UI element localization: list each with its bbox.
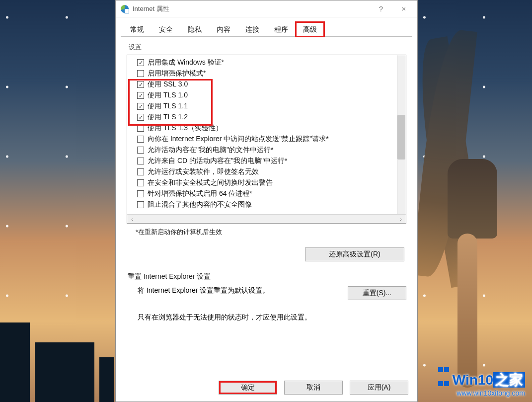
checkbox[interactable] <box>137 59 144 66</box>
checkbox[interactable] <box>137 70 144 77</box>
setting-label: 在安全和非安全模式之间切换时发出警告 <box>148 178 273 187</box>
checkbox[interactable] <box>137 136 144 143</box>
setting-label: 使用 SSL 3.0 <box>148 80 188 89</box>
settings-group-label: 设置 <box>129 43 406 52</box>
help-button[interactable]: ? <box>370 1 392 16</box>
restart-note: *在重新启动你的计算机后生效 <box>136 228 406 237</box>
setting-label: 阻止混合了其他内容的不安全图像 <box>148 200 252 209</box>
checkbox[interactable] <box>137 92 144 99</box>
checkbox[interactable] <box>137 114 144 121</box>
settings-listbox[interactable]: 启用集成 Windows 验证*启用增强保护模式*使用 SSL 3.0使用 TL… <box>127 55 406 224</box>
tab-strip: 常规安全隐私内容连接程序高级 <box>121 21 412 37</box>
setting-row[interactable]: 允许活动内容在"我的电脑"的文件中运行* <box>137 145 403 156</box>
setting-row[interactable]: 使用 TLS 1.2 <box>137 112 403 123</box>
setting-row[interactable]: 允许运行或安装软件，即使签名无效 <box>137 166 403 177</box>
checkbox[interactable] <box>137 201 144 208</box>
titlebar[interactable]: Internet 属性 ? × <box>116 0 417 17</box>
setting-label: 向你在 Internet Explorer 中访问的站点发送"禁止跟踪"请求* <box>148 135 329 144</box>
checkbox[interactable] <box>137 147 144 154</box>
apply-button[interactable]: 应用(A) <box>350 381 408 395</box>
setting-label: 启用增强保护模式* <box>148 69 206 78</box>
checkbox[interactable] <box>137 125 144 132</box>
reset-warning: 只有在浏览器处于无法使用的状态时，才应使用此设置。 <box>138 313 406 322</box>
checkbox[interactable] <box>137 103 144 110</box>
tab-常规[interactable]: 常规 <box>123 22 152 37</box>
setting-label: 使用 TLS 1.2 <box>148 113 188 122</box>
setting-label: 使用 TLS 1.1 <box>148 102 188 111</box>
tab-安全[interactable]: 安全 <box>152 22 180 37</box>
setting-row[interactable]: 向你在 Internet Explorer 中访问的站点发送"禁止跟踪"请求* <box>137 134 403 145</box>
checkbox[interactable] <box>137 158 144 164</box>
tab-隐私[interactable]: 隐私 <box>180 22 209 37</box>
bg-figure <box>408 30 517 358</box>
desktop-wallpaper: Win10之家 www.win10xitong.com Internet 属性 … <box>0 0 532 402</box>
setting-row[interactable]: 启用集成 Windows 验证* <box>137 57 403 68</box>
setting-label: 允许来自 CD 的活动内容在"我的电脑"中运行* <box>148 157 287 165</box>
dialog-button-bar: 确定 取消 应用(A) <box>116 376 417 402</box>
reset-description: 将 Internet Explorer 设置重置为默认设置。 <box>138 286 269 295</box>
tab-advanced-page: 设置 启用集成 Windows 验证*启用增强保护模式*使用 SSL 3.0使用… <box>116 37 417 376</box>
horizontal-scrollbar[interactable]: ‹ › <box>127 214 406 223</box>
internet-options-icon <box>121 5 129 13</box>
close-button[interactable]: × <box>392 1 415 16</box>
watermark: Win10之家 www.win10xitong.com <box>438 361 525 397</box>
windows-logo-icon <box>438 361 450 389</box>
bg-shape <box>99 357 114 402</box>
window-title: Internet 属性 <box>133 4 169 13</box>
setting-row[interactable]: 在安全和非安全模式之间切换时发出警告 <box>137 177 403 188</box>
setting-label: 针对增强保护模式启用 64 位进程* <box>148 189 252 198</box>
tab-程序[interactable]: 程序 <box>267 22 296 37</box>
ok-button[interactable]: 确定 <box>219 381 277 395</box>
setting-row[interactable]: 允许来自 CD 的活动内容在"我的电脑"中运行* <box>137 156 403 166</box>
cancel-button[interactable]: 取消 <box>284 381 343 395</box>
bg-shape <box>0 322 30 402</box>
setting-row[interactable]: 使用 SSL 3.0 <box>137 79 403 90</box>
scroll-left-icon[interactable]: ‹ <box>128 216 136 223</box>
setting-label: 启用集成 Windows 验证* <box>148 58 224 67</box>
setting-row[interactable]: 启用增强保护模式* <box>137 68 403 79</box>
checkbox[interactable] <box>137 81 144 88</box>
tab-高级[interactable]: 高级 <box>296 22 324 37</box>
tab-连接[interactable]: 连接 <box>238 22 267 37</box>
internet-properties-dialog: Internet 属性 ? × 常规安全隐私内容连接程序高级 设置 启用集成 W… <box>115 0 418 402</box>
vertical-scrollbar[interactable] <box>397 55 406 214</box>
reset-section-label: 重置 Internet Explorer 设置 <box>128 272 406 281</box>
setting-row[interactable]: 使用 TLS 1.1 <box>137 101 403 112</box>
setting-row[interactable]: 阻止混合了其他内容的不安全图像 <box>137 199 403 210</box>
setting-label: 使用 TLS 1.0 <box>148 91 188 100</box>
reset-button[interactable]: 重置(S)... <box>348 286 406 300</box>
setting-label: 允许活动内容在"我的电脑"的文件中运行* <box>148 146 273 155</box>
checkbox[interactable] <box>137 168 144 175</box>
scroll-right-icon[interactable]: › <box>397 216 405 223</box>
setting-label: 使用 TLS 1.3（实验性） <box>148 124 223 133</box>
setting-row[interactable]: 使用 TLS 1.3（实验性） <box>137 123 403 134</box>
bg-shape <box>35 342 94 402</box>
tab-内容[interactable]: 内容 <box>209 22 238 37</box>
setting-row[interactable]: 使用 TLS 1.0 <box>137 90 403 101</box>
setting-label: 允许运行或安装软件，即使签名无效 <box>148 167 259 176</box>
setting-row[interactable]: 针对增强保护模式启用 64 位进程* <box>137 188 403 199</box>
scroll-thumb[interactable] <box>397 115 405 160</box>
checkbox[interactable] <box>137 190 144 197</box>
restore-advanced-button[interactable]: 还原高级设置(R) <box>305 247 404 261</box>
checkbox[interactable] <box>137 179 144 186</box>
